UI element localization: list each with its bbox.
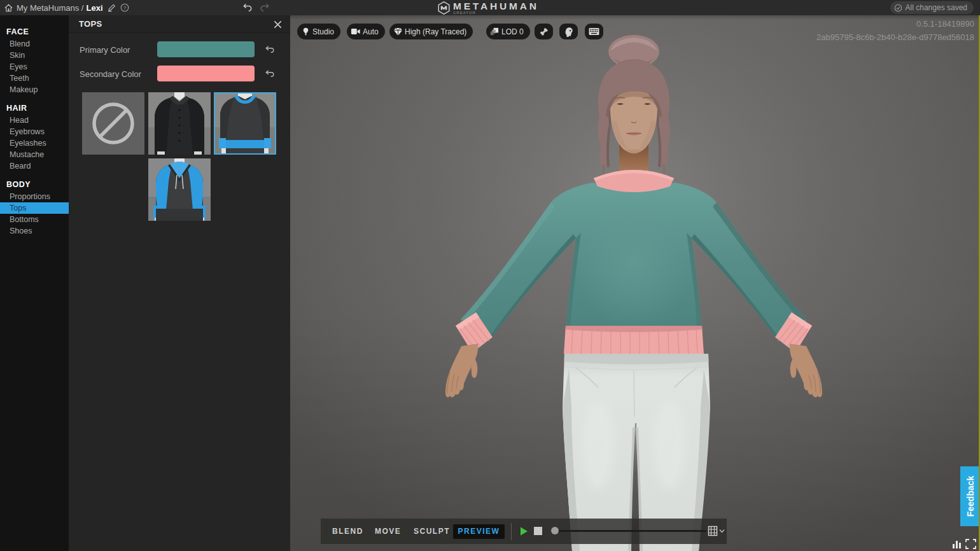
svg-text:?: ? <box>123 5 126 11</box>
